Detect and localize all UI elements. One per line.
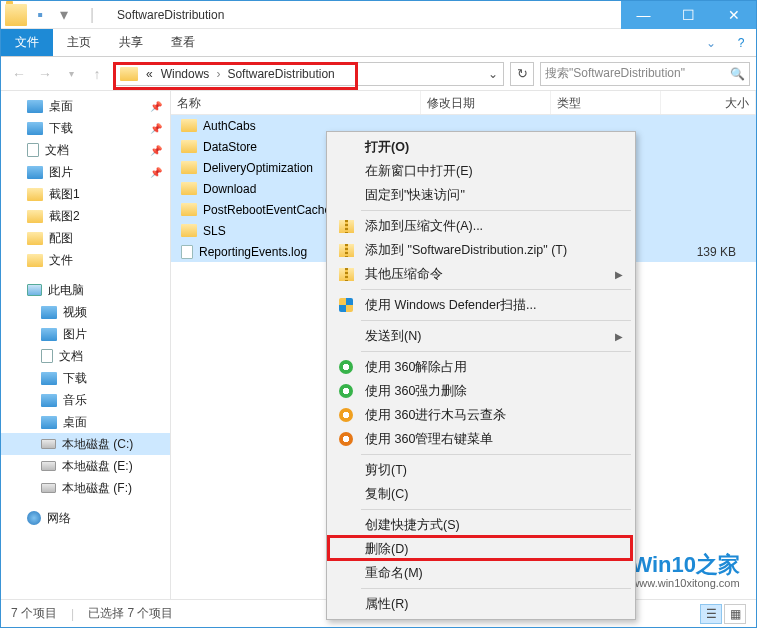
- sidebar-item[interactable]: 下载: [1, 367, 170, 389]
- sidebar-item-label: 图片: [49, 164, 73, 181]
- sidebar-item[interactable]: 图片: [1, 323, 170, 345]
- breadcrumb[interactable]: SoftwareDistribution: [223, 67, 338, 81]
- up-button[interactable]: ↑: [85, 62, 109, 86]
- back-button[interactable]: ←: [7, 62, 31, 86]
- sidebar-item[interactable]: 图片📌: [1, 161, 170, 183]
- sidebar-item[interactable]: 桌面: [1, 411, 170, 433]
- menu-item[interactable]: 重命名(M): [329, 561, 633, 585]
- menu-item[interactable]: 添加到压缩文件(A)...: [329, 214, 633, 238]
- sidebar-item[interactable]: 本地磁盘 (C:): [1, 433, 170, 455]
- folder-icon: [181, 203, 197, 216]
- selected-count: 已选择 7 个项目: [88, 605, 173, 622]
- breadcrumb[interactable]: Windows: [157, 67, 214, 81]
- sidebar-item[interactable]: 文档📌: [1, 139, 170, 161]
- sidebar-item[interactable]: 视频: [1, 301, 170, 323]
- menu-item-label: 使用 Windows Defender扫描...: [365, 297, 537, 314]
- menu-item[interactable]: 使用 360进行木马云查杀: [329, 403, 633, 427]
- menu-item-label: 发送到(N): [365, 328, 421, 345]
- menu-item[interactable]: 复制(C): [329, 482, 633, 506]
- pin-icon: 📌: [150, 145, 162, 156]
- minimize-button[interactable]: ―: [621, 1, 666, 29]
- menu-item[interactable]: 在新窗口中打开(E): [329, 159, 633, 183]
- menu-item[interactable]: 使用 360强力删除: [329, 379, 633, 403]
- tab-view[interactable]: 查看: [157, 29, 209, 56]
- qat-button[interactable]: ▪: [29, 4, 51, 26]
- sidebar-item[interactable]: 本地磁盘 (F:): [1, 477, 170, 499]
- address-dropdown-icon[interactable]: ⌄: [483, 67, 503, 81]
- menu-item[interactable]: 添加到 "SoftwareDistribution.zip" (T): [329, 238, 633, 262]
- sidebar-item-thispc[interactable]: 此电脑: [1, 279, 170, 301]
- qat-dropdown-icon[interactable]: ▾: [53, 4, 75, 26]
- sidebar-item[interactable]: 截图1: [1, 183, 170, 205]
- sidebar-item[interactable]: 本地磁盘 (E:): [1, 455, 170, 477]
- sidebar-item-label: 网络: [47, 510, 71, 527]
- search-icon: 🔍: [730, 67, 745, 81]
- menu-item[interactable]: 属性(R): [329, 592, 633, 616]
- col-size[interactable]: 大小: [661, 91, 756, 114]
- menu-item[interactable]: 使用 Windows Defender扫描...: [329, 293, 633, 317]
- folder-icon: [27, 210, 43, 223]
- ribbon-expand-icon[interactable]: ⌄: [696, 29, 726, 56]
- sidebar-item-label: 截图1: [49, 186, 80, 203]
- sidebar-item[interactable]: 下载📌: [1, 117, 170, 139]
- recent-dropdown-icon[interactable]: ▾: [59, 62, 83, 86]
- menu-item[interactable]: 固定到"快速访问": [329, 183, 633, 207]
- col-date[interactable]: 修改日期: [421, 91, 551, 114]
- sidebar-item[interactable]: 截图2: [1, 205, 170, 227]
- menu-separator: [361, 351, 631, 352]
- maximize-button[interactable]: ☐: [666, 1, 711, 29]
- context-menu: 打开(O)在新窗口中打开(E)固定到"快速访问"添加到压缩文件(A)...添加到…: [326, 131, 636, 620]
- menu-separator: [361, 509, 631, 510]
- menu-item-label: 创建快捷方式(S): [365, 517, 460, 534]
- sidebar-item[interactable]: 文件: [1, 249, 170, 271]
- sidebar-item[interactable]: 音乐: [1, 389, 170, 411]
- sidebar-item[interactable]: 文档: [1, 345, 170, 367]
- sidebar-item[interactable]: 桌面📌: [1, 95, 170, 117]
- tab-home[interactable]: 主页: [53, 29, 105, 56]
- menu-item[interactable]: 剪切(T): [329, 458, 633, 482]
- view-icons-button[interactable]: ▦: [724, 604, 746, 624]
- pin-icon: 📌: [150, 123, 162, 134]
- menu-item-label: 固定到"快速访问": [365, 187, 465, 204]
- tab-share[interactable]: 共享: [105, 29, 157, 56]
- drive-icon: [41, 483, 56, 493]
- search-placeholder: 搜索"SoftwareDistribution": [545, 65, 685, 82]
- shield-icon: [337, 296, 355, 314]
- menu-item[interactable]: 删除(D): [329, 537, 633, 561]
- search-input[interactable]: 搜索"SoftwareDistribution" 🔍: [540, 62, 750, 86]
- col-type[interactable]: 类型: [551, 91, 661, 114]
- watermark-title: Win10之家: [631, 553, 740, 577]
- 360-icon: [337, 430, 355, 448]
- sidebar-item-network[interactable]: 网络: [1, 507, 170, 529]
- view-details-button[interactable]: ☰: [700, 604, 722, 624]
- menu-item[interactable]: 打开(O): [329, 135, 633, 159]
- folder-icon: [181, 182, 197, 195]
- sidebar-item-label: 此电脑: [48, 282, 84, 299]
- refresh-button[interactable]: ↻: [510, 62, 534, 86]
- breadcrumb-prefix: «: [142, 67, 157, 81]
- forward-button[interactable]: →: [33, 62, 57, 86]
- menu-item[interactable]: 其他压缩命令▶: [329, 262, 633, 286]
- address-bar[interactable]: « Windows › SoftwareDistribution ⌄: [115, 62, 504, 86]
- menu-item[interactable]: 使用 360管理右键菜单: [329, 427, 633, 451]
- file-icon: [181, 245, 193, 259]
- sidebar-item-label: 本地磁盘 (F:): [62, 480, 132, 497]
- folder-icon: [27, 254, 43, 267]
- folder-icon: [27, 143, 39, 157]
- help-icon[interactable]: ?: [726, 29, 756, 56]
- sidebar-item[interactable]: 配图: [1, 227, 170, 249]
- chevron-right-icon[interactable]: ›: [213, 67, 223, 81]
- close-button[interactable]: ✕: [711, 1, 756, 29]
- column-headers[interactable]: 名称 修改日期 类型 大小: [171, 91, 756, 115]
- folder-icon: [27, 188, 43, 201]
- file-tab[interactable]: 文件: [1, 29, 53, 56]
- network-icon: [27, 511, 41, 525]
- menu-item[interactable]: 创建快捷方式(S): [329, 513, 633, 537]
- file-size: 139 KB: [697, 245, 756, 259]
- chevron-right-icon: ▶: [615, 269, 623, 280]
- col-name[interactable]: 名称: [171, 91, 421, 114]
- menu-item[interactable]: 发送到(N)▶: [329, 324, 633, 348]
- menu-item[interactable]: 使用 360解除占用: [329, 355, 633, 379]
- menu-separator: [361, 320, 631, 321]
- navigation-pane[interactable]: 桌面📌下载📌文档📌图片📌截图1截图2配图文件此电脑视频图片文档下载音乐桌面本地磁…: [1, 91, 171, 599]
